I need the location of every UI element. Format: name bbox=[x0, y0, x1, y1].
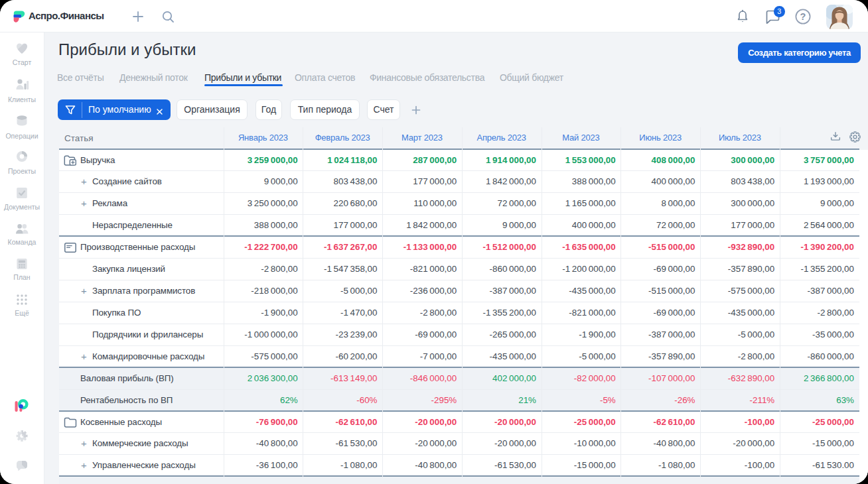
svg-text:?: ? bbox=[800, 11, 806, 22]
